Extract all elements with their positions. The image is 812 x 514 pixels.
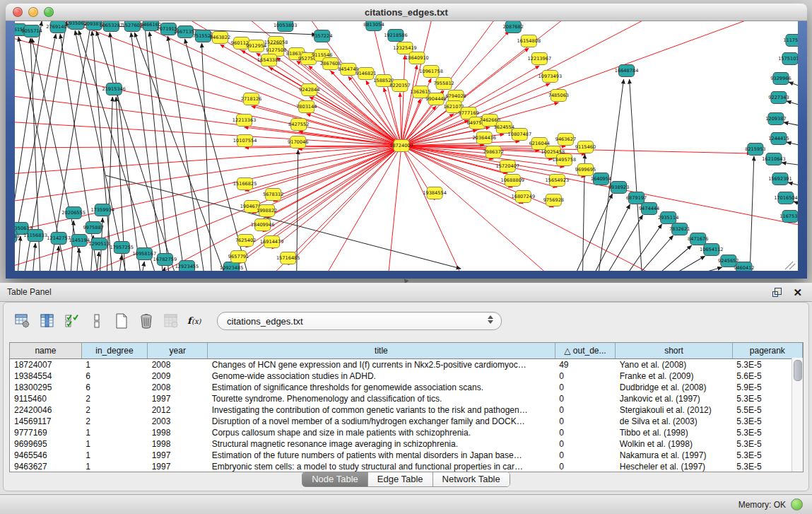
delete-column-button[interactable] [137,312,155,330]
table-cell: Estimation of significance thresholds fo… [208,382,555,393]
table-cell: 0 [555,450,616,461]
citation-network-graph[interactable]: 9361559905571427691406193506120938331065… [15,21,798,271]
column-header-out_de[interactable]: △ out_de... [555,343,616,359]
table-options-button[interactable] [13,312,32,330]
table-cell: Investigating the contribution of common… [208,404,555,416]
table-cell: Tourette syndrome. Phenomenology and cla… [208,393,555,404]
graph-node-label: 19384554 [423,190,447,196]
table-cell: 0 [555,393,616,404]
table-cell: Hescheler et al. (1997) [616,461,733,472]
dropdown-stepper-icon [488,315,493,324]
graph-node-label: 16782759 [153,257,177,262]
graph-node-label: 9242844 [299,87,319,93]
graph-node-label: 10654112 [700,247,724,252]
network-window: citations_edges.txt 93615599055714276914… [6,4,807,279]
table-cell: Changes of HCN gene expression and I(f) … [208,359,555,371]
table-cell: 1 [81,438,147,450]
column-header-name[interactable]: name [10,343,81,359]
minimize-window-button[interactable] [28,7,38,17]
graph-node-label: 15654923 [546,177,570,183]
tab-edge-table[interactable]: Edge Table [368,472,433,486]
canvas-resize-grip[interactable] [785,262,795,269]
table-cell: Genome-wide association studies in ADHD. [208,370,555,382]
graph-node-label: 15720407 [495,163,519,169]
table-cell: Dudbridge et al. (2008) [616,382,733,393]
node-table-grid[interactable]: namein_degreeyeartitle△ out_de...shortpa… [10,343,803,472]
column-header-in_degree[interactable]: in_degree [81,343,147,359]
table-scrollbar-thumb[interactable] [794,360,802,381]
graph-node-label: 9777169 [458,110,478,116]
row-mode-button[interactable] [88,312,106,330]
graph-node-label: 9115460 [575,144,596,150]
table-cell: Jankovic et al. (1997) [616,393,733,404]
close-window-button[interactable] [13,7,23,17]
table-row[interactable]: 1830029562008Estimation of significance … [10,382,803,393]
close-panel-icon[interactable]: ✕ [793,288,802,297]
table-row[interactable]: 969969511998Structural magnetic resonanc… [10,438,803,450]
select-columns-button[interactable] [63,312,81,330]
table-row[interactable]: 1456911722003Disruption of a novel membe… [10,416,803,427]
graph-node-label: 12142757 [47,235,71,241]
window-titlebar[interactable]: citations_edges.txt [6,4,807,21]
graph-node-label: 1244415 [768,136,789,141]
graph-node-label: 8813054 [363,22,384,28]
graph-node-label: 12213363 [233,117,257,123]
column-header-title[interactable]: title [208,343,555,359]
table-row[interactable]: 2242004622012Investigating the contribut… [10,404,803,416]
create-column-button[interactable] [112,312,131,330]
graph-node-label: 6879197 [626,195,647,201]
table-cell: 1 [81,461,147,472]
graph-node-label: 7803144 [296,104,317,110]
graph-node-label: 2087682 [503,24,524,30]
table-cell: 0 [555,461,616,472]
graph-node-label: 7955812 [433,81,454,86]
table-panel-title: Table Panel [7,287,52,297]
table-cell: Franke et al. (2009) [616,370,733,382]
show-columns-button[interactable] [38,312,57,330]
zoom-window-button[interactable] [44,7,54,17]
table-cell: 1997 [148,450,208,461]
graph-node-label: 3915913 [15,233,20,239]
graph-node-label: 16543382 [257,57,281,63]
tab-network-table[interactable]: Network Table [433,472,510,486]
table-cell: Yano et al. (2008) [616,359,733,371]
graph-node-label: 1117553 [783,37,798,43]
table-row[interactable]: 1872400712008Changes of HCN gene express… [10,359,803,371]
table-cell: Estimation of the future numbers of pati… [208,450,555,461]
float-panel-icon[interactable] [772,288,782,297]
graph-node-label: 12213967 [528,56,552,62]
graph-node-label: 15751074 [778,56,798,62]
graph-node-label: 10053803 [273,23,298,28]
function-builder-button[interactable]: f(x) [187,312,205,330]
table-row[interactable]: 946362711997Embryonic stem cells: a mode… [10,461,803,472]
table-row[interactable]: 946554611997Estimation of the future num… [10,450,803,461]
table-cell: 1 [81,450,147,461]
table-row[interactable]: 911546021997Tourette syndrome. Phenomeno… [10,393,803,404]
tab-node-table[interactable]: Node Table [302,472,368,486]
column-header-short[interactable]: short [616,343,733,359]
table-cell: 9777169 [10,427,81,438]
graph-node-label: 15166825 [233,181,257,187]
graph-node-label: 1640954 [591,176,611,182]
table-source-dropdown[interactable]: citations_edges.txt [217,312,502,330]
table-cell: Stergiakouli et al. (2012) [616,404,733,416]
graph-node-label: 10688809 [500,177,524,183]
graph-node-label: 7625402 [235,238,256,243]
table-row[interactable]: 1938455462009Genome-wide association stu… [10,370,803,382]
column-header-year[interactable]: year [148,343,208,359]
table-row[interactable]: 977716911998Corpus callosum shape and si… [10,427,803,438]
column-header-pagerank[interactable]: pagerank [732,343,802,359]
network-canvas[interactable]: 9361559905571427691406193506120938331065… [15,21,798,271]
table-panel-body: f(x) citations_edges.txt namein_degreeye… [3,302,809,491]
graph-node-label: 15716485 [276,255,300,261]
graph-node-label: 7357224 [312,33,332,39]
table-scrollbar[interactable] [792,358,803,472]
table-cell: Nakamura et al. (1997) [616,450,733,461]
graph-node-label: 9055714 [21,28,42,34]
graph-node-label: 1998822 [257,208,277,214]
import-table-button [162,312,180,330]
memory-status-label: Memory: OK [739,500,786,510]
traffic-lights [13,7,54,17]
graph-node-label: 7485063 [548,93,569,98]
table-panel-header[interactable]: Table Panel ✕ [0,283,812,302]
